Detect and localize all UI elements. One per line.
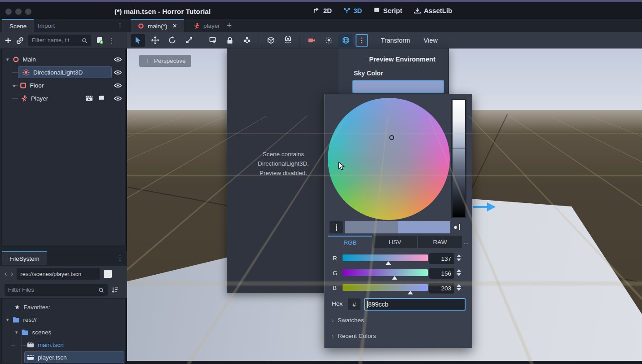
tab-filesystem[interactable]: FileSystem <box>2 251 47 265</box>
link-scene-button[interactable] <box>16 37 24 44</box>
scene-toolbar-menu-icon[interactable]: ⋮ <box>108 37 115 44</box>
current-path-field[interactable]: res://scenes/player.tscn <box>17 268 100 280</box>
eyedropper-button[interactable] <box>330 221 343 233</box>
move-tool-button[interactable] <box>148 34 162 47</box>
value-slider-handle[interactable] <box>453 148 465 149</box>
characterbody3d-icon <box>21 95 27 102</box>
gizmo-x-axis-arrowhead <box>487 202 496 211</box>
window-close-button[interactable] <box>5 9 12 15</box>
preview-camera-button[interactable] <box>304 34 319 47</box>
tab-assetlib[interactable]: AssetLib <box>414 7 452 14</box>
color-wheel[interactable] <box>328 98 450 220</box>
green-slider-handle[interactable] <box>392 276 397 280</box>
lock-button[interactable] <box>223 34 237 47</box>
tab-raw[interactable]: RAW <box>418 236 462 248</box>
instantiate-scene-button[interactable] <box>96 36 104 44</box>
tree-row-main[interactable]: ▾ Main <box>2 53 125 66</box>
visibility-eye-icon[interactable] <box>114 96 122 101</box>
blue-slider-track[interactable] <box>343 284 428 291</box>
picker-shape-toggle[interactable]: ● <box>453 223 460 231</box>
scene-file-icon <box>27 355 34 360</box>
staticbody3d-icon <box>20 82 26 89</box>
green-value-box[interactable]: 156 <box>429 268 454 279</box>
green-spinner[interactable] <box>457 269 461 276</box>
red-slider-handle[interactable] <box>386 261 391 265</box>
tab-import[interactable]: Import <box>31 19 62 32</box>
tree-row-directionallight3d[interactable]: DirectionalLight3D <box>2 66 125 79</box>
menu-view[interactable]: View <box>418 37 443 44</box>
window-minimize-button[interactable] <box>15 9 22 15</box>
tab-2d[interactable]: 2D <box>313 7 332 14</box>
scale-tool-button[interactable] <box>182 34 196 47</box>
hash-toggle-button[interactable]: # <box>348 298 361 310</box>
list-select-button[interactable] <box>206 34 220 47</box>
group-button[interactable] <box>240 34 254 47</box>
script-attached-icon[interactable] <box>98 95 105 102</box>
tab-hsv[interactable]: HSV <box>373 236 417 248</box>
scene-filter-input[interactable]: Filter: name, t:t <box>28 35 91 46</box>
visibility-eye-icon[interactable] <box>114 83 122 88</box>
history-back-icon[interactable]: ‹ <box>4 269 7 278</box>
add-node-button[interactable] <box>4 37 12 44</box>
rotate-tool-button[interactable] <box>165 34 179 47</box>
tab-player-scene[interactable]: player <box>186 19 227 32</box>
green-slider-track[interactable] <box>343 269 428 276</box>
preview-environment-options-button[interactable]: ⋮ <box>356 34 368 47</box>
scene-toolbar: Filter: name, t:t ⋮ <box>0 32 127 48</box>
sky-color-swatch[interactable] <box>352 80 444 93</box>
select-tool-button[interactable] <box>131 34 145 47</box>
visibility-eye-icon[interactable] <box>114 70 122 75</box>
sort-files-icon[interactable] <box>111 286 119 294</box>
blue-value-box[interactable]: 203 <box>429 283 454 294</box>
perspective-menu[interactable]: ⋮ Perspective <box>139 55 191 67</box>
tree-row-favorites[interactable]: ★ Favorites: <box>2 301 125 313</box>
characterbody3d-icon <box>193 22 200 29</box>
tree-row-floor[interactable]: ▸ Floor <box>2 79 125 92</box>
file-filter-input[interactable]: Filter Files <box>4 284 108 296</box>
collapse-icon[interactable]: ▾ <box>6 317 9 323</box>
split-mode-button[interactable] <box>104 270 112 278</box>
tree-row-main-tscn[interactable]: main.tscn <box>2 338 125 351</box>
tab-rgb[interactable]: RGB <box>328 236 372 248</box>
visibility-eye-icon[interactable] <box>114 57 122 62</box>
preview-environment-button[interactable] <box>339 34 353 47</box>
new-color-sample <box>398 221 450 233</box>
old-new-color-compare[interactable] <box>345 221 450 233</box>
preview-disabled-message: Scene contains DirectionalLight3D. Previ… <box>236 149 330 178</box>
tree-row-scenes[interactable]: ▾ scenes <box>2 326 125 338</box>
blue-slider-handle[interactable] <box>408 291 413 294</box>
value-slider[interactable] <box>451 99 466 218</box>
tree-row-player[interactable]: Player <box>2 92 125 105</box>
use-local-space-button[interactable] <box>264 34 278 47</box>
window-zoom-button[interactable] <box>25 9 31 15</box>
snap-button[interactable] <box>281 34 295 47</box>
gizmo-x-axis-arrow[interactable] <box>473 206 488 208</box>
expand-icon[interactable]: ▸ <box>13 83 16 88</box>
filesystem-navbar: ‹ › res://scenes/player.tscn <box>0 266 127 282</box>
color-mode-more-button[interactable]: ... <box>463 236 469 248</box>
filesystem-menu-icon[interactable]: ⋮ <box>117 254 123 261</box>
preview-sunlight-button[interactable] <box>321 34 336 47</box>
red-slider-track[interactable] <box>343 254 428 261</box>
open-scene-icon[interactable] <box>85 95 93 101</box>
tab-3d[interactable]: 3D <box>343 7 362 14</box>
close-tab-icon[interactable]: × <box>173 22 177 30</box>
red-spinner[interactable] <box>457 254 461 261</box>
collapse-icon[interactable]: ▾ <box>15 329 18 335</box>
red-value-box[interactable]: 137 <box>429 253 454 264</box>
tab-scene[interactable]: Scene <box>2 19 34 32</box>
history-forward-icon[interactable]: › <box>11 269 13 278</box>
tab-main-scene[interactable]: main(*) × <box>131 19 184 32</box>
color-wheel-cursor[interactable] <box>389 135 394 140</box>
tab-script[interactable]: Script <box>374 7 402 14</box>
hex-input[interactable]: 899ccb <box>364 298 466 311</box>
new-scene-tab-button[interactable]: + <box>227 21 232 31</box>
collapse-icon[interactable]: ▾ <box>6 57 9 62</box>
blue-spinner[interactable] <box>457 284 461 291</box>
tree-row-player-tscn[interactable]: player.tscn <box>2 351 125 364</box>
scene-dock-menu-icon[interactable]: ⋮ <box>117 22 123 29</box>
recent-colors-section[interactable]: › Recent Colors <box>332 333 376 339</box>
swatches-section[interactable]: › Swatches <box>332 317 364 324</box>
tree-row-res[interactable]: ▾ res:// <box>2 313 125 326</box>
menu-transform[interactable]: Transform <box>375 37 416 44</box>
